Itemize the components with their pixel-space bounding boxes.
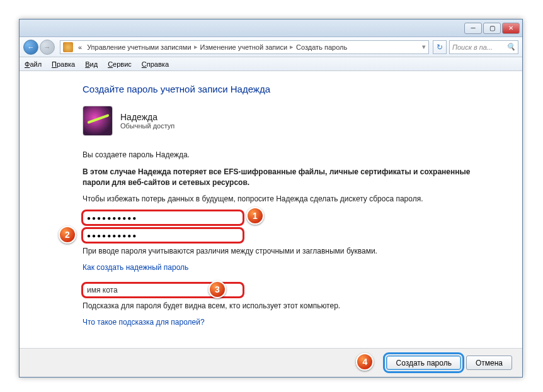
link-strong-password[interactable]: Как создать надежный пароль [83, 263, 188, 272]
breadcrumb[interactable]: Создать пароль [294, 43, 350, 51]
location-icon [63, 42, 73, 52]
annotation-marker-4: 4 [356, 353, 374, 371]
user-info: Надежда Обычный доступ [83, 106, 472, 136]
footer: 4 Создать пароль Отмена [20, 348, 522, 377]
page-title: Создайте пароль учетной записи Надежда [83, 84, 472, 94]
password-confirm-input[interactable] [83, 228, 243, 242]
search-placeholder: Поиск в па... [452, 43, 493, 51]
breadcrumb[interactable]: Изменение учетной записи [198, 43, 290, 51]
close-button[interactable]: ✕ [502, 23, 520, 34]
menu-file[interactable]: Файл [25, 60, 42, 68]
user-role: Обычный доступ [120, 122, 174, 130]
avatar [83, 106, 113, 136]
intro-text: Вы создаете пароль Надежда. [83, 150, 472, 160]
warning-text: В этом случае Надежда потеряет все EFS-ш… [83, 167, 472, 188]
menu-edit[interactable]: Правка [52, 60, 75, 68]
minimize-button[interactable]: ─ [464, 23, 482, 34]
window: ─ ▢ ✕ ← → « Управление учетными записями… [19, 19, 523, 378]
hint-note: Подсказка для пароля будет видна всем, к… [83, 301, 472, 311]
menu-bar: Файл Правка Вид Сервис Справка [20, 57, 522, 71]
annotation-marker-2: 2 [59, 226, 76, 244]
address-bar[interactable]: « Управление учетными записями ▸ Изменен… [60, 40, 429, 54]
case-note: При вводе пароля учитываются различия ме… [83, 246, 472, 257]
titlebar: ─ ▢ ✕ [20, 20, 522, 37]
refresh-button[interactable]: ↻ [433, 40, 447, 54]
annotation-marker-1: 1 [246, 207, 264, 225]
nav-bar: ← → « Управление учетными записями ▸ Изм… [20, 37, 522, 57]
create-password-button[interactable]: Создать пароль [386, 356, 460, 370]
menu-tools[interactable]: Сервис [108, 60, 132, 68]
user-name: Надежда [120, 112, 174, 122]
advice-text: Чтобы избежать потерь данных в будущем, … [83, 194, 472, 204]
link-hint-info[interactable]: Что такое подсказка для паролей? [83, 318, 205, 327]
password-input[interactable] [83, 211, 243, 225]
content-area: Создайте пароль учетной записи Надежда Н… [20, 71, 522, 333]
search-icon: 🔍 [506, 43, 515, 51]
back-button[interactable]: ← [23, 40, 38, 55]
maximize-button[interactable]: ▢ [483, 23, 501, 34]
menu-view[interactable]: Вид [85, 60, 98, 68]
menu-help[interactable]: Справка [142, 60, 169, 68]
forward-button[interactable]: → [40, 40, 55, 55]
breadcrumb[interactable]: Управление учетными записями [84, 43, 193, 51]
password-hint-input[interactable] [83, 283, 243, 297]
cancel-button[interactable]: Отмена [466, 356, 512, 370]
chevron-down-icon[interactable]: ▾ [422, 43, 426, 51]
breadcrumb-prefix: « [76, 43, 84, 51]
search-input[interactable]: Поиск в па... 🔍 [449, 40, 518, 54]
